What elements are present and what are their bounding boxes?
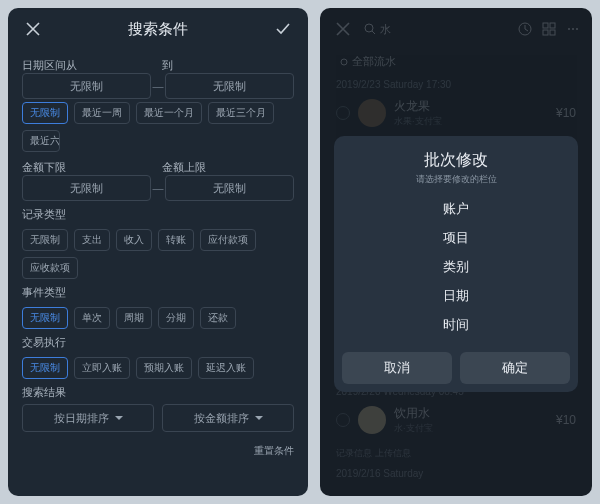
list-item[interactable]: 饮用水 水·支付宝 ¥10 [332,399,580,441]
date-chip-1[interactable]: 最近一周 [74,102,130,124]
date-chips: 无限制 最近一周 最近一个月 最近三个月 最近六个 [22,102,294,152]
tab-label: 全部流水 [352,54,396,69]
record-type-chip-1[interactable]: 支出 [74,229,110,251]
search-input[interactable]: 水 [364,22,391,37]
search-header-bg: 水 [320,8,592,50]
date-chip-2[interactable]: 最近一个月 [136,102,202,124]
sort-by-date[interactable]: 按日期排序 [22,404,154,432]
record-type-chips: 无限制 支出 收入 转账 应付款项 应收款项 [22,229,294,279]
list-date-0: 2019/2/23 Saturday 17:30 [332,77,580,92]
tab-dot-icon [340,58,348,66]
batch-edit-modal: 批次修改 请选择要修改的栏位 账户 项目 类别 日期 时间 取消 确定 [334,136,578,392]
sort-by-date-label: 按日期排序 [54,411,109,426]
date-to-label: 到 [162,58,294,73]
tx-exec-chip-2[interactable]: 预期入账 [136,357,192,379]
item-name-1: 饮用水 [394,405,548,422]
list-date-2: 2019/2/16 Saturday [332,466,580,481]
range-dash: — [151,80,165,92]
date-to-field[interactable]: 无限制 [165,73,294,99]
modal-option-account[interactable]: 账户 [443,200,469,218]
modal-option-date[interactable]: 日期 [443,287,469,305]
date-from-label: 日期区间从 [22,58,154,73]
tx-exec-chip-0[interactable]: 无限制 [22,357,68,379]
modal-options: 账户 项目 类别 日期 时间 [334,186,578,348]
date-from-field[interactable]: 无限制 [22,73,151,99]
modal-option-project[interactable]: 项目 [443,229,469,247]
chevron-down-icon [115,416,123,420]
item-sub-1: 水·支付宝 [394,422,548,435]
tab-all[interactable]: 全部流水 [332,50,580,77]
close-icon[interactable] [22,18,44,40]
panel-title: 搜索条件 [128,20,188,39]
event-type-chip-4[interactable]: 还款 [200,307,236,329]
item-amt-0: ¥10 [556,106,576,120]
svg-rect-3 [550,23,555,28]
checkbox-icon[interactable] [336,106,350,120]
event-type-chip-1[interactable]: 单次 [74,307,110,329]
cancel-button[interactable]: 取消 [342,352,452,384]
record-type-chip-3[interactable]: 转账 [158,229,194,251]
item-sub-0: 水果·支付宝 [394,115,548,128]
amount-low-field[interactable]: 无限制 [22,175,151,201]
list-item[interactable]: 火龙果 水果·支付宝 ¥10 [332,92,580,134]
svg-rect-5 [550,30,555,35]
record-type-chip-5[interactable]: 应收款项 [22,257,78,279]
svg-point-0 [365,24,373,32]
svg-point-9 [341,59,347,65]
date-chip-0[interactable]: 无限制 [22,102,68,124]
item-amt-1: ¥10 [556,413,576,427]
tx-exec-chip-3[interactable]: 延迟入账 [198,357,254,379]
amount-high-label: 金额上限 [162,160,294,175]
sort-by-amount-label: 按金额排序 [194,411,249,426]
search-conditions-panel: 搜索条件 日期区间从 到 无限制 — 无限制 无限制 最近一周 最近一个月 最近… [8,8,308,496]
svg-point-6 [568,28,570,30]
amount-high-field[interactable]: 无限制 [165,175,294,201]
event-type-label: 事件类型 [22,285,294,300]
tx-exec-chip-1[interactable]: 立即入账 [74,357,130,379]
confirm-icon[interactable] [272,18,294,40]
checkbox-icon[interactable] [336,413,350,427]
date-chip-4[interactable]: 最近六个 [22,130,60,152]
modal-title: 批次修改 [334,150,578,171]
grid-icon[interactable] [542,22,556,36]
search-result-label: 搜索结果 [22,385,294,400]
avatar [358,406,386,434]
chevron-down-icon [255,416,263,420]
range-dash: — [151,182,165,194]
close-icon[interactable] [332,18,354,40]
search-header: 搜索条件 [22,8,294,50]
avatar [358,99,386,127]
modal-button-row: 取消 确定 [334,348,578,392]
confirm-button[interactable]: 确定 [460,352,570,384]
svg-rect-2 [543,23,548,28]
svg-point-8 [576,28,578,30]
record-type-chip-4[interactable]: 应付款项 [200,229,256,251]
record-type-chip-0[interactable]: 无限制 [22,229,68,251]
item-name-0: 火龙果 [394,98,548,115]
amount-low-label: 金额下限 [22,160,154,175]
clock-icon[interactable] [518,22,532,36]
event-type-chip-2[interactable]: 周期 [116,307,152,329]
more-icon[interactable] [566,22,580,36]
record-type-label: 记录类型 [22,207,294,222]
modal-subtitle: 请选择要修改的栏位 [334,173,578,186]
svg-point-7 [572,28,574,30]
date-chip-3[interactable]: 最近三个月 [208,102,274,124]
search-icon [364,23,376,35]
event-type-chips: 无限制 单次 周期 分期 还款 [22,307,294,329]
event-type-chip-3[interactable]: 分期 [158,307,194,329]
item-actions-1: 记录信息 上传信息 [332,441,580,466]
event-type-chip-0[interactable]: 无限制 [22,307,68,329]
tx-exec-chips: 无限制 立即入账 预期入账 延迟入账 [22,357,294,379]
batch-edit-screen: 水 全部流水 2019/2/23 Saturday 17:30 火龙果 水果·支… [320,8,592,496]
tx-exec-label: 交易执行 [22,335,294,350]
sort-by-amount[interactable]: 按金额排序 [162,404,294,432]
search-value: 水 [380,22,391,37]
modal-option-time[interactable]: 时间 [443,316,469,334]
modal-option-category[interactable]: 类别 [443,258,469,276]
reset-link[interactable]: 重置条件 [22,444,294,458]
record-type-chip-2[interactable]: 收入 [116,229,152,251]
svg-rect-4 [543,30,548,35]
